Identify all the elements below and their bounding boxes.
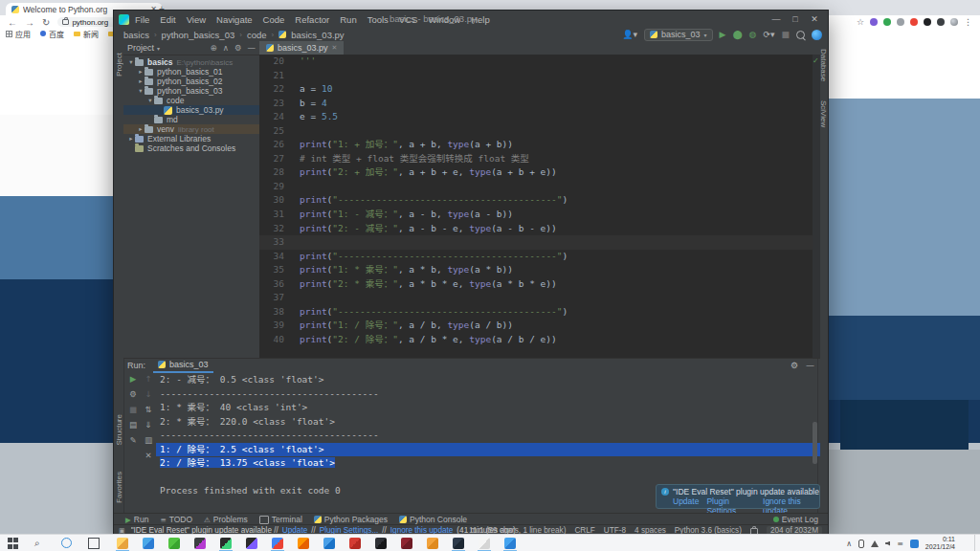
code-line[interactable]: 32print("2: - 减号：", a - b - e, type(a - …: [259, 222, 813, 236]
down-stack-icon[interactable]: ↓: [145, 390, 151, 399]
clear-all-icon[interactable]: ✕: [145, 452, 151, 460]
forward-icon[interactable]: →: [25, 17, 34, 28]
code-line[interactable]: 37: [259, 291, 813, 305]
browser-menu-icon[interactable]: ⋮: [964, 17, 972, 27]
network-icon[interactable]: [871, 540, 879, 547]
notification-toast[interactable]: i "IDE Eval Reset" plugin update availab…: [656, 484, 820, 509]
code-line[interactable]: 28print("2: + 加号：", a + b + e, type(a + …: [259, 165, 813, 180]
tray-expand-icon[interactable]: ∧: [846, 540, 852, 548]
back-icon[interactable]: ←: [8, 17, 17, 28]
toolwindow-tab-python-console[interactable]: Python Console: [399, 515, 467, 524]
toolwindow-tab-run[interactable]: ▶Run: [125, 515, 148, 524]
toolwindow-tab-event-log[interactable]: Event Log: [773, 515, 818, 524]
tool-tab-project[interactable]: Project: [115, 53, 123, 77]
extension-icon[interactable]: [897, 18, 904, 26]
console-line[interactable]: ----------------------------------------: [156, 387, 820, 402]
tree-item-code[interactable]: ▾code: [123, 96, 259, 105]
taskbar-app-idea[interactable]: [194, 538, 206, 549]
menu-item[interactable]: Refactor: [295, 14, 329, 25]
taskbar-app-chrome[interactable]: [272, 538, 283, 549]
breadcrumb-item[interactable]: python_basics_03: [162, 30, 235, 40]
bookmark-item[interactable]: 新闻: [74, 29, 99, 39]
soft-wrap-icon[interactable]: ⇅: [145, 406, 151, 414]
close-button[interactable]: ✕: [805, 11, 824, 28]
tree-item-basics[interactable]: ▾basicsE:\python\basics: [123, 57, 259, 67]
code-line[interactable]: 26print("1: + 加号：", a + b, type(a + b)): [259, 138, 813, 152]
code-line[interactable]: 39print("1: / 除号：", a / b, type(a / b)): [259, 319, 813, 333]
taskbar-app-explorer[interactable]: [117, 538, 128, 549]
search-everywhere-icon[interactable]: [796, 31, 805, 39]
error-stripe[interactable]: ✓: [813, 55, 820, 358]
profile-avatar[interactable]: [950, 18, 958, 26]
codewithme-avatar-icon[interactable]: [812, 30, 822, 40]
mic-icon[interactable]: [858, 540, 864, 548]
extension-icon[interactable]: [870, 18, 878, 26]
console-line[interactable]: 1: / 除号： 2.5 <class 'float'>: [156, 443, 820, 457]
run-config-select[interactable]: basics_03 ▾: [644, 29, 713, 41]
tree-item-python-basics-02[interactable]: ▸python_basics_02: [123, 77, 259, 86]
console-line[interactable]: ----------------------------------------: [156, 429, 820, 443]
breadcrumb-item[interactable]: basics: [123, 30, 149, 40]
settings-gear-icon[interactable]: ⚙: [234, 43, 242, 53]
hide-panel-icon[interactable]: —: [248, 43, 256, 53]
taskbar-app-netease[interactable]: [349, 538, 361, 549]
rerun-icon[interactable]: ▶: [130, 375, 137, 384]
menu-item[interactable]: Code: [263, 14, 285, 25]
taskbar-app-t-app[interactable]: [479, 538, 490, 549]
user-icon[interactable]: 👤▾: [622, 30, 637, 39]
toolwindow-tab-terminal[interactable]: Terminal: [259, 515, 302, 524]
tree-item-basics-03-py[interactable]: basics_03.py: [123, 105, 259, 115]
bookmark-item[interactable]: 应用: [6, 29, 31, 39]
code-line[interactable]: 40print("2: / 除号：", a / b * e, type(a / …: [259, 333, 813, 347]
reload-icon[interactable]: ↻: [42, 17, 50, 28]
tree-chevron-icon[interactable]: ▾: [137, 87, 145, 95]
code-line[interactable]: 35print("1: * 乘号：", a * b, type(a * b)): [259, 263, 813, 277]
stop-icon[interactable]: ■: [129, 406, 137, 414]
taskbar-app-firefox[interactable]: [298, 538, 309, 549]
console-line[interactable]: 2: - 减号： 0.5 <class 'float'>: [156, 373, 820, 387]
menu-item[interactable]: View: [187, 14, 206, 25]
close-tab-icon[interactable]: ✕: [332, 44, 338, 52]
code-line[interactable]: 30print("-------------------------------…: [259, 193, 813, 208]
restart-button[interactable]: ⟳▾: [763, 30, 774, 39]
tree-chevron-icon[interactable]: ▸: [127, 135, 135, 143]
scroll-to-end-icon[interactable]: ⇓: [145, 421, 151, 430]
taskbar-app-globe-app[interactable]: [453, 538, 464, 549]
extension-icon[interactable]: [883, 18, 891, 26]
tree-item-venv[interactable]: ▸venvlibrary root: [123, 124, 259, 134]
taskbar-app-search-tool[interactable]: [427, 538, 438, 549]
taskbar-app-maroon-app[interactable]: [401, 538, 412, 549]
taskbar-app-g-app[interactable]: [375, 538, 387, 549]
editor-tab[interactable]: basics_03.py ✕: [259, 41, 344, 55]
breadcrumb-item[interactable]: code: [247, 30, 267, 40]
console-line[interactable]: [156, 471, 820, 485]
tool-tab-sciview[interactable]: SciView: [819, 100, 828, 127]
tree-item-python-basics-01[interactable]: ▸python_basics_01: [123, 67, 259, 77]
extension-icon[interactable]: [910, 18, 918, 26]
code-line[interactable]: 22a = 10: [259, 82, 813, 97]
tool-tab-structure[interactable]: Structure: [115, 414, 123, 445]
tree-item-scratches-and-consoles[interactable]: Scratches and Consoles: [123, 143, 259, 153]
show-desktop-button[interactable]: [974, 535, 980, 551]
bookmark-star-icon[interactable]: ☆: [857, 17, 864, 27]
maximize-button[interactable]: □: [786, 11, 805, 28]
console-scrollbar[interactable]: [813, 422, 817, 464]
up-stack-icon[interactable]: ↑: [145, 375, 151, 384]
console-line[interactable]: 2: / 除号： 13.75 <class 'float'>: [156, 456, 820, 471]
taskbar-app-wechat[interactable]: [168, 538, 180, 549]
tree-chevron-icon[interactable]: ▾: [146, 97, 154, 104]
tree-item-external-libraries[interactable]: ▸External Libraries: [123, 134, 259, 143]
breadcrumb-item[interactable]: basics_03.py: [291, 30, 344, 40]
debug-button[interactable]: ⬤: [732, 30, 742, 39]
code-line[interactable]: 36print("2: * 乘号：", a * b * e, type(a * …: [259, 277, 813, 292]
tree-item-python-basics-03[interactable]: ▾python_basics_03: [123, 86, 259, 96]
run-button[interactable]: ▶: [720, 30, 726, 39]
taskbar-app-messenger-blue[interactable]: [143, 538, 154, 549]
menu-item[interactable]: Edit: [160, 14, 175, 25]
menu-item[interactable]: Tools: [368, 14, 389, 25]
console-line[interactable]: 2: * 乘号： 220.0 <class 'float'>: [156, 415, 820, 430]
tree-chevron-icon[interactable]: ▸: [137, 77, 145, 85]
code-line[interactable]: 25: [259, 124, 813, 139]
taskbar-search-icon[interactable]: ⌕: [34, 538, 46, 549]
tool-tab-favorites[interactable]: Favorites: [115, 472, 123, 503]
